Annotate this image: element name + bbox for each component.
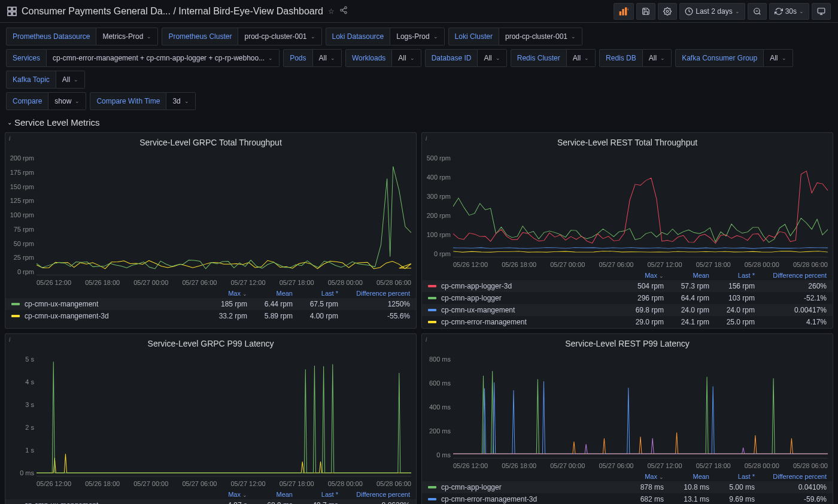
legend-col-last[interactable]: Last * [709,473,755,480]
plot-area[interactable] [37,356,411,476]
legend-col-last[interactable]: Last * [709,272,755,279]
var-label-redis-cluster: Redis Cluster [511,49,567,67]
chevron-down-icon: ⌄ [496,55,500,61]
svg-line-7 [342,8,345,10]
legend-series-name: cp-cmn-ux-mangement [25,501,202,504]
legend-col-max[interactable]: Max ⌄ [618,272,664,279]
legend-col-diff[interactable]: Difference percent [755,272,827,279]
var-select-loki-cluster[interactable]: prod-cp-cluster-001⌄ [499,28,582,45]
legend-mean: 10.8 ms [664,483,709,491]
svg-point-5 [341,9,343,11]
chart-area[interactable]: 5 s4 s3 s2 s1 s0 ms 05/26 12:0005/26 18:… [37,356,411,487]
var-select-prometheus-cluster[interactable]: prod-cp-cluster-001⌄ [238,28,321,45]
legend-col-diff[interactable]: Difference percent [338,491,410,498]
plot-area[interactable] [453,356,828,459]
legend-series-name: cp-cmn-error-management [441,318,618,326]
legend-max: 296 rpm [618,294,664,302]
star-icon[interactable]: ☆ [328,7,335,16]
var-select-workloads[interactable]: All⌄ [392,49,421,67]
legend-col-max[interactable]: Max ⌄ [202,290,247,297]
panel-info-icon[interactable]: i [9,336,10,343]
row-toggle-service-level[interactable]: ⌄ Service Level Metrics [0,115,838,130]
legend-swatch [428,498,436,500]
add-panel-button[interactable]: + [614,3,634,20]
var-select-redis-cluster[interactable]: All⌄ [567,49,596,67]
panel-info-icon[interactable]: i [426,336,427,343]
panel-info-icon[interactable]: i [9,135,10,142]
plot-area[interactable] [37,154,411,275]
legend-col-max[interactable]: Max ⌄ [202,491,247,498]
legend-row[interactable]: cp-cmn-error-management29.0 rpm24.1 rpm2… [422,316,833,328]
panel-info-icon[interactable]: i [426,135,427,142]
legend-last: 4.00 rpm [293,312,338,320]
var-select-loki-ds[interactable]: Logs-Prod⌄ [390,28,444,45]
legend-col-mean[interactable]: Mean [664,473,709,480]
legend-swatch [428,321,436,323]
legend-mean: 5.89 rpm [247,312,293,320]
chart-area[interactable]: 800 ms600 ms400 ms200 ms0 ms 05/26 12:00… [453,356,828,469]
legend-col-max[interactable]: Max ⌄ [618,473,664,480]
svg-line-16 [758,13,760,14]
legend-row[interactable]: cp-cmn-ux-mangement185 rpm6.44 rpm67.5 r… [5,298,416,310]
breadcrumb-folder[interactable]: Consumer Payments General Da... [22,6,171,16]
legend-col-mean[interactable]: Mean [664,272,709,279]
legend-max: 185 rpm [202,300,247,308]
var-select-pods[interactable]: All⌄ [313,49,342,67]
var-select-compare[interactable]: show⌄ [48,92,86,110]
legend-col-diff[interactable]: Difference percent [755,473,827,480]
chart-area[interactable]: 200 rpm175 rpm150 rpm125 rpm100 rpm75 rp… [37,154,411,286]
time-range-button[interactable]: Last 2 days⌄ [679,3,745,20]
legend-header: Max ⌄MeanLast *Difference percent [5,289,416,298]
chevron-down-icon: ⌄ [735,8,740,14]
breadcrumb-page[interactable]: Internal Bird-Eye-View Dashboard [178,6,323,16]
plot-area[interactable] [453,154,828,257]
legend-diff: 260% [755,282,827,290]
legend-col-last[interactable]: Last * [293,491,338,498]
panel-grpc-latency[interactable]: i Service-Level GRPC P99 Latency 5 s4 s3… [5,333,417,504]
svg-rect-9 [620,11,621,16]
panel-rest-latency[interactable]: i Service-Level REST P99 Latency 800 ms6… [421,333,833,504]
legend-col-diff[interactable]: Difference percent [338,290,410,297]
save-button[interactable] [636,3,655,20]
share-icon[interactable] [339,6,348,16]
legend-col-mean[interactable]: Mean [247,491,293,498]
legend-row[interactable]: cp-cmn-error-management-3d682 ms13.1 ms9… [422,493,833,504]
legend-row[interactable]: cp-cmn-app-logger296 rpm64.4 rpm103 rpm-… [422,292,833,304]
legend-row[interactable]: cp-cmn-ux-mangement4.97 s68.9 ms49.7 ms-… [5,499,416,504]
var-select-kafka-cg[interactable]: All⌄ [764,49,793,67]
chevron-down-icon: ⌄ [571,34,576,40]
settings-button[interactable] [658,3,677,20]
legend-diff: -0.0628% [338,501,410,504]
legend-row[interactable]: cp-cmn-app-logger-3d504 rpm57.3 rpm156 r… [422,280,833,292]
svg-rect-3 [13,12,16,16]
legend-col-mean[interactable]: Mean [247,290,293,297]
panels-grid: i Service-Level GRPC Total Throughput 20… [0,130,838,504]
legend-row[interactable]: cp-cmn-app-logger878 ms10.8 ms5.00 ms0.0… [422,481,833,493]
panel-rest-throughput[interactable]: i Service-Level REST Total Throughput 50… [421,132,833,329]
panel-title: Service-Level REST Total Throughput [422,133,833,152]
panel-grpc-throughput[interactable]: i Service-Level GRPC Total Throughput 20… [5,132,417,329]
chart-area[interactable]: 500 rpm400 rpm300 rpm200 rpm100 rpm0 rpm… [453,154,828,268]
var-select-kafka-topic[interactable]: All⌄ [56,71,85,89]
legend-mean: 64.4 rpm [664,294,709,302]
var-label-database-id: Database ID [425,49,478,67]
var-select-database-id[interactable]: All⌄ [478,49,506,67]
chevron-down-icon: ⌄ [584,55,589,61]
var-select-redis-db[interactable]: All⌄ [643,49,672,67]
chevron-down-icon: ⌄ [311,34,315,40]
zoom-out-button[interactable] [748,3,767,20]
legend-row[interactable]: cp-cmn-ux-mangement-3d33.2 rpm5.89 rpm4.… [5,310,416,322]
tv-mode-button[interactable] [812,3,831,20]
legend-diff: 0.00417% [755,306,827,314]
legend-diff: -59.6% [755,495,827,503]
legend-header: Max ⌄MeanLast *Difference percent [5,490,416,499]
legend-col-last[interactable]: Last * [293,290,338,297]
refresh-button[interactable]: 30s⌄ [769,3,809,20]
panel-title: Service-Level REST P99 Latency [422,334,833,353]
var-select-prometheus-ds[interactable]: Metrics-Prod⌄ [96,28,158,45]
y-axis-labels: 800 ms600 ms400 ms200 ms0 ms [424,356,451,459]
var-select-compare-with[interactable]: 3d⌄ [166,92,195,110]
breadcrumb[interactable]: Consumer Payments General Da... / Intern… [22,6,323,17]
var-select-services[interactable]: cp-cmn-error-management + cp-cmn-app-log… [47,49,280,67]
legend-row[interactable]: cp-cmn-ux-mangement69.8 rpm24.0 rpm24.0 … [422,304,833,316]
